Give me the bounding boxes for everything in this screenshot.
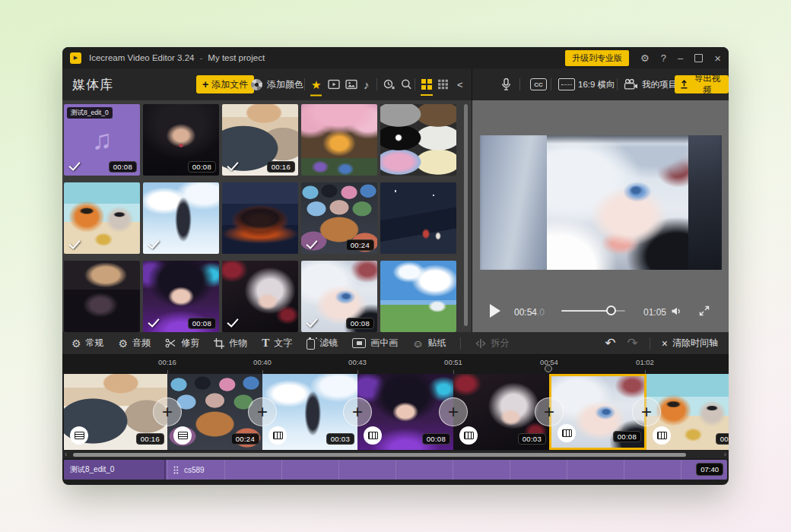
audio-track-header[interactable]: 测试8_edit_0: [64, 460, 166, 480]
media-tile[interactable]: 00:08: [301, 261, 377, 332]
divider: [519, 78, 520, 90]
play-button[interactable]: [490, 304, 500, 318]
media-tile[interactable]: [64, 182, 140, 254]
tool-general[interactable]: ⚙ 常规: [71, 337, 104, 350]
media-tile[interactable]: 00:08: [143, 261, 219, 332]
ruler-tick: 01:02: [636, 358, 654, 366]
add-clip-button[interactable]: +: [439, 397, 468, 426]
check-icon: [148, 237, 159, 249]
tool-audio[interactable]: ⚙ 音频: [119, 337, 151, 350]
media-tile[interactable]: [380, 104, 456, 176]
transition-icon[interactable]: [653, 426, 671, 445]
transition-icon[interactable]: [459, 426, 478, 445]
fullscreen-icon[interactable]: [699, 306, 710, 319]
divider: [460, 337, 461, 350]
playhead-marker[interactable]: [545, 365, 552, 372]
upgrade-button[interactable]: 升级到专业版: [565, 50, 629, 66]
audio-track[interactable]: 测试8_edit_0 cs589 07:40: [64, 460, 727, 480]
media-tile[interactable]: [301, 104, 377, 176]
media-tile[interactable]: [143, 182, 219, 254]
media-library-scrollbar[interactable]: [464, 104, 468, 326]
titlebar: ▶ Icecream Video Editor 3.24 - My test p…: [62, 47, 729, 68]
aspect-ratio-icon[interactable]: [558, 78, 575, 90]
duration-badge: 00:16: [267, 161, 295, 173]
filter-image-icon[interactable]: [345, 80, 357, 90]
filter-all-star-icon[interactable]: ★: [311, 79, 321, 90]
view-grid-small-icon[interactable]: [438, 80, 448, 90]
media-tile[interactable]: [64, 261, 140, 332]
settings-gear-icon[interactable]: ⚙: [640, 53, 650, 63]
transition-icon[interactable]: [558, 424, 576, 442]
media-library-title: 媒体库: [72, 76, 113, 93]
redo-icon[interactable]: ↷: [627, 337, 638, 350]
timeline-clip[interactable]: 00:16: [64, 374, 167, 450]
projects-camera-icon[interactable]: [624, 79, 638, 90]
filter-audio-icon[interactable]: ♪: [364, 79, 370, 90]
search-icon[interactable]: [401, 79, 412, 90]
add-clip-button[interactable]: +: [343, 397, 372, 426]
add-file-label: 添加文件: [211, 78, 248, 91]
export-video-button[interactable]: 导出视频: [675, 75, 729, 93]
audio-track-name: 测试8_edit_0: [70, 464, 114, 475]
media-tile[interactable]: 00:24: [301, 182, 377, 254]
timeline-track: 00:16 00:24 00:03 00:08 00:03 00:08 00:0…: [62, 374, 729, 450]
tool-split[interactable]: 拆分: [475, 337, 509, 350]
timeline-ruler[interactable]: 00:16 00:40 00:43 00:51 00:54 01:02: [62, 355, 729, 374]
collapse-panel-chevron-icon[interactable]: <: [457, 79, 463, 90]
sort-recent-icon[interactable]: [383, 79, 396, 90]
tool-crop[interactable]: 作物: [214, 337, 247, 350]
voiceover-mic-icon[interactable]: [501, 78, 511, 91]
add-clip-button[interactable]: +: [632, 397, 661, 426]
media-tile[interactable]: [380, 182, 456, 254]
tool-trim[interactable]: 修剪: [165, 337, 199, 350]
preview-blur-right: [685, 135, 722, 270]
plus-icon: +: [202, 79, 208, 90]
aspect-ratio-label[interactable]: 16:9 横向: [578, 79, 615, 90]
media-tile[interactable]: [222, 261, 298, 332]
media-tile[interactable]: [380, 261, 456, 332]
transition-icon[interactable]: [364, 426, 382, 445]
color-wheel-icon: [251, 79, 262, 90]
add-clip-button[interactable]: +: [248, 397, 277, 426]
undo-icon[interactable]: ↶: [605, 337, 615, 350]
close-button[interactable]: ×: [714, 52, 721, 64]
scroll-right-icon[interactable]: ›: [724, 450, 726, 458]
media-tile[interactable]: [222, 182, 298, 254]
media-tile[interactable]: 00:08: [143, 104, 219, 176]
tool-text[interactable]: T 文字: [262, 337, 292, 350]
help-icon[interactable]: ?: [661, 53, 666, 63]
filter-video-icon[interactable]: [328, 80, 340, 90]
tool-pip[interactable]: 画中画: [352, 337, 398, 350]
media-tile[interactable]: 00:16: [222, 104, 298, 176]
timeline-scrollbar[interactable]: ‹ ›: [62, 451, 729, 458]
add-color-button[interactable]: 添加颜色: [251, 75, 303, 93]
add-clip-button[interactable]: +: [153, 397, 182, 426]
view-grid-large-icon[interactable]: [421, 79, 432, 90]
my-projects-label[interactable]: 我的项目: [642, 79, 677, 90]
tool-sticker[interactable]: ☺ 贴纸: [412, 337, 446, 350]
add-file-button[interactable]: + 添加文件: [196, 75, 254, 93]
minimize-button[interactable]: –: [678, 53, 683, 63]
clear-timeline-button[interactable]: × 清除时间轴: [662, 337, 718, 350]
seek-slider[interactable]: [561, 304, 625, 318]
pip-icon: [352, 338, 366, 348]
tool-filter[interactable]: 滤镜: [307, 337, 338, 350]
subtitles-cc-icon[interactable]: CC: [530, 78, 547, 90]
seek-knob[interactable]: [606, 306, 616, 315]
transition-icon[interactable]: [173, 426, 192, 445]
volume-icon[interactable]: [671, 306, 682, 319]
ruler-tick: 00:51: [444, 358, 462, 366]
titlebar-actions: 升级到专业版 ⚙ ? – ×: [565, 50, 721, 66]
media-tile-audio[interactable]: ♫ 测试8_edit_0 00:08: [64, 104, 140, 176]
preview-header: CC 16:9 横向 我的项目 导出视频: [472, 68, 729, 100]
audio-clip[interactable]: cs589: [167, 460, 727, 480]
transition-icon[interactable]: [268, 426, 287, 445]
spray-icon: [307, 339, 315, 350]
scroll-left-icon[interactable]: ‹: [65, 450, 67, 458]
clip-duration-badge: 00:08: [422, 433, 450, 445]
maximize-button[interactable]: [694, 54, 703, 62]
add-clip-button[interactable]: +: [535, 397, 564, 426]
timeline-scrollbar-thumb[interactable]: [73, 453, 686, 457]
drag-handle-icon: [173, 466, 179, 474]
transition-icon[interactable]: [70, 426, 88, 445]
